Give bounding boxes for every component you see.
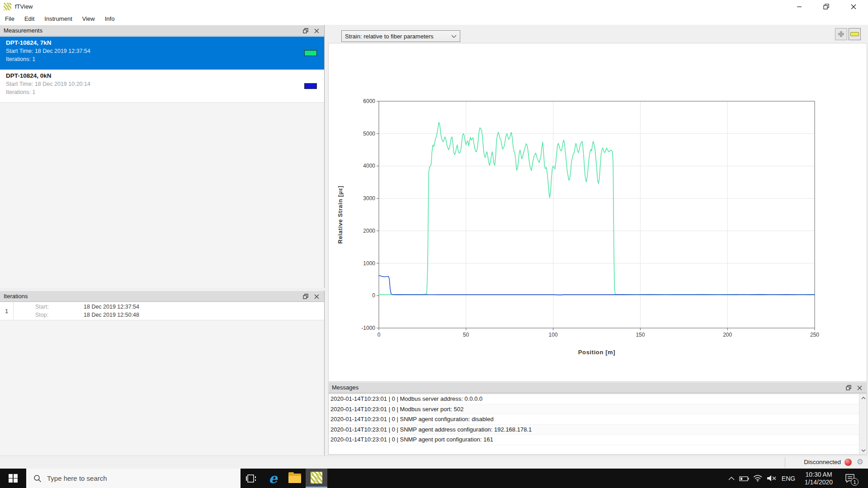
- scroll-up-button[interactable]: [859, 394, 867, 402]
- iterations-close-button[interactable]: [312, 293, 321, 300]
- measurement-start-time: Start Time: 18 Dec 2019 10:20:14: [6, 81, 90, 87]
- close-button[interactable]: [843, 0, 863, 13]
- status-bar: Disconnected ⚙: [0, 455, 868, 469]
- float-panel-icon: [303, 28, 309, 34]
- menu-bar: File Edit Instrument View Info: [0, 13, 868, 25]
- minimize-button[interactable]: [789, 0, 809, 13]
- task-view-button[interactable]: [241, 469, 262, 488]
- iterations-panel: Iterations 1 Start: 18 Dec 2019 12:37:54…: [0, 291, 325, 455]
- measurement-item-0kN[interactable]: DPT-10824, 0kN Start Time: 18 Dec 2019 1…: [0, 70, 324, 103]
- battery-icon: [739, 476, 749, 481]
- svg-text:Position [m]: Position [m]: [578, 349, 615, 356]
- scroll-down-button[interactable]: [859, 446, 867, 454]
- tray-volume-button[interactable]: [764, 469, 779, 488]
- iterations-panel-header[interactable]: Iterations: [0, 291, 324, 302]
- start-button[interactable]: [0, 469, 26, 488]
- iterations-float-button[interactable]: [302, 293, 310, 300]
- log-line[interactable]: 2020-01-14T10:23:01 | 0 | SNMP agent por…: [329, 435, 859, 445]
- windows-taskbar: Type here to search e: [0, 469, 868, 488]
- close-icon: [314, 294, 319, 299]
- measurements-panel-header[interactable]: Measurements: [0, 25, 324, 36]
- minimize-icon: [797, 4, 802, 9]
- wifi-icon: [753, 475, 762, 482]
- messages-panel-header[interactable]: Messages: [328, 382, 867, 393]
- messages-log: 2020-01-14T10:23:01 | 0 | Modbus server …: [328, 394, 867, 455]
- tray-battery-button[interactable]: [737, 469, 751, 488]
- iteration-row[interactable]: 1 Start: 18 Dec 2019 12:37:54 Stop: 18 D…: [0, 302, 324, 320]
- menu-info[interactable]: Info: [100, 13, 120, 25]
- messages-close-button[interactable]: [855, 384, 863, 392]
- strain-view-select[interactable]: Strain: relative to fiber parameters: [341, 30, 460, 42]
- svg-text:0: 0: [377, 332, 381, 338]
- measurements-float-button[interactable]: [302, 27, 310, 35]
- messages-float-button[interactable]: [844, 384, 853, 392]
- svg-text:3000: 3000: [363, 195, 375, 202]
- log-line[interactable]: 2020-01-14T10:23:01 | 0 | SNMP agent add…: [329, 425, 859, 435]
- svg-text:200: 200: [723, 332, 732, 338]
- svg-text:-1000: -1000: [361, 325, 375, 331]
- iteration-details: Start: 18 Dec 2019 12:37:54 Stop: 18 Dec…: [14, 302, 324, 320]
- windows-logo-icon: [9, 474, 18, 483]
- messages-scrollbar[interactable]: [859, 394, 867, 454]
- menu-instrument[interactable]: Instrument: [39, 13, 77, 25]
- svg-text:250: 250: [810, 332, 819, 338]
- tray-network-button[interactable]: [751, 469, 764, 488]
- menu-view[interactable]: View: [77, 13, 100, 25]
- measurements-list: DPT-10824, 7kN Start Time: 18 Dec 2019 1…: [0, 37, 324, 288]
- log-line[interactable]: 2020-01-14T10:23:01 | 0 | Modbus server …: [329, 394, 859, 404]
- tray-date: 1/14/2020: [805, 479, 833, 486]
- taskbar-search[interactable]: Type here to search: [26, 469, 241, 488]
- tray-language-button[interactable]: ENG: [779, 469, 798, 488]
- task-view-icon: [246, 474, 257, 483]
- speaker-muted-icon: [767, 475, 777, 482]
- file-explorer-button[interactable]: [284, 469, 306, 488]
- float-panel-icon: [303, 294, 309, 300]
- svg-text:150: 150: [636, 332, 645, 338]
- arrow-down-icon: [861, 449, 866, 452]
- float-panel-icon: [846, 385, 852, 391]
- restore-button[interactable]: [816, 0, 836, 13]
- svg-text:50: 50: [463, 332, 469, 338]
- iterations-panel-title: Iterations: [4, 293, 28, 300]
- ftview-taskbar-button[interactable]: [306, 469, 327, 488]
- chart-toolbar: Strain: relative to fiber parameters: [325, 25, 868, 43]
- measurements-panel-title: Measurements: [4, 27, 42, 34]
- messages-lines: 2020-01-14T10:23:01 | 0 | Modbus server …: [329, 394, 859, 454]
- series-color-swatch-green: [304, 50, 317, 56]
- measurement-start-time: Start Time: 18 Dec 2019 12:37:54: [6, 48, 90, 54]
- marker-color-button[interactable]: [849, 28, 861, 40]
- tray-time: 10:30 AM: [805, 471, 832, 479]
- menu-edit[interactable]: Edit: [19, 13, 39, 25]
- settings-gear-icon[interactable]: ⚙: [857, 457, 863, 466]
- close-icon: [857, 385, 862, 390]
- action-center-button[interactable]: 1: [840, 469, 860, 488]
- status-separator: [785, 457, 785, 468]
- window-title: fTView: [15, 3, 33, 10]
- strain-chart[interactable]: 050100150200250-100001000200030004000500…: [328, 43, 867, 382]
- svg-text:Relative Strain [με]: Relative Strain [με]: [337, 186, 344, 244]
- strain-view-selected-value: Strain: relative to fiber parameters: [345, 33, 434, 40]
- tray-show-hidden-icons-button[interactable]: [726, 469, 737, 488]
- series-color-swatch-blue: [304, 83, 317, 89]
- messages-panel-title: Messages: [332, 384, 359, 391]
- chevron-down-icon: [451, 35, 457, 38]
- edge-browser-button[interactable]: e: [262, 469, 284, 488]
- close-icon: [314, 28, 319, 33]
- log-line[interactable]: 2020-01-14T10:23:01 | 0 | Modbus server …: [329, 404, 859, 415]
- app-logo-icon: [4, 3, 11, 10]
- measurement-item-7kN[interactable]: DPT-10824, 7kN Start Time: 18 Dec 2019 1…: [0, 37, 324, 70]
- iteration-stop-label: Stop:: [35, 312, 48, 318]
- connection-status: Disconnected: [804, 459, 841, 465]
- menu-file[interactable]: File: [0, 13, 19, 25]
- plus-icon: [838, 31, 844, 37]
- restore-icon: [823, 4, 829, 9]
- tray-clock-button[interactable]: 10:30 AM 1/14/2020: [798, 469, 840, 488]
- svg-text:1000: 1000: [363, 260, 375, 267]
- log-line[interactable]: 2020-01-14T10:23:01 | 0 | SNMP agent con…: [329, 414, 859, 425]
- measurements-panel: Measurements DPT-10824, 7kN Start Time: …: [0, 25, 325, 288]
- measurements-close-button[interactable]: [312, 27, 321, 35]
- iteration-index: 1: [0, 302, 14, 320]
- add-plot-button[interactable]: [835, 28, 847, 40]
- disconnected-indicator-icon: [844, 459, 852, 466]
- search-placeholder: Type here to search: [47, 474, 107, 482]
